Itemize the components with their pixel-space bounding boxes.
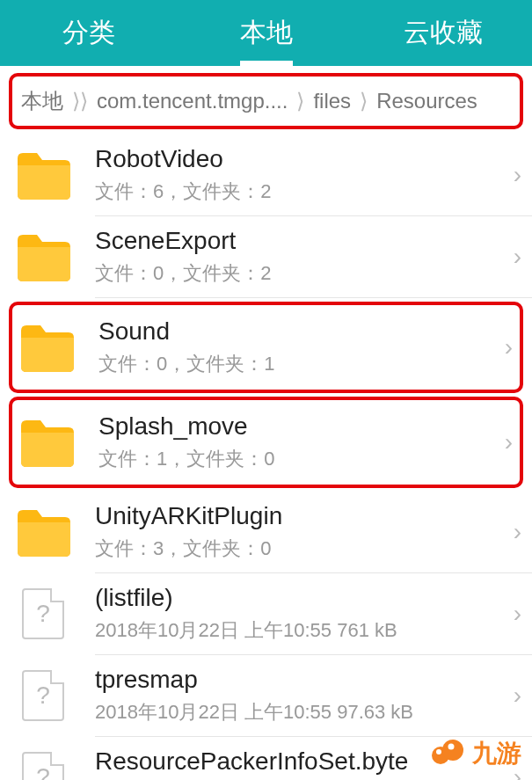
chevron-right-icon: ⟩	[360, 89, 368, 113]
row-content: SceneExport文件：0，文件夹：2	[95, 227, 508, 287]
folder-icon	[16, 230, 70, 284]
item-name: (listfile)	[95, 584, 508, 612]
tab-label: 分类	[62, 15, 115, 51]
folder-row[interactable]: RobotVideo文件：6，文件夹：2›	[0, 135, 532, 215]
file-icon: ?	[16, 668, 70, 723]
chevron-right-icon: ›	[505, 333, 513, 361]
breadcrumb-highlight: 本地 ⟩⟩ com.tencent.tmgp.... ⟩ files ⟩ Res…	[9, 73, 523, 129]
folder-row[interactable]: UnityARKitPlugin文件：3，文件夹：0›	[0, 492, 532, 572]
divider	[95, 297, 532, 298]
folder-row[interactable]: SceneExport文件：0，文件夹：2›	[0, 216, 532, 297]
item-details: 文件：1，文件夹：0	[98, 446, 499, 472]
file-row[interactable]: ?(listfile)2018年10月22日 上午10:55 761 kB›	[0, 573, 532, 654]
crumb-root[interactable]: 本地	[18, 87, 67, 115]
crumb-package[interactable]: com.tencent.tmgp....	[93, 89, 291, 113]
crumb-files[interactable]: files	[310, 89, 354, 113]
chevron-right-icon: ⟩⟩	[72, 89, 88, 113]
folder-icon	[16, 148, 70, 202]
folder-icon	[16, 508, 70, 557]
svg-point-1	[442, 740, 463, 761]
row-content: UnityARKitPlugin文件：3，文件夹：0	[95, 502, 508, 562]
file-list: RobotVideo文件：6，文件夹：2› SceneExport文件：0，文件…	[0, 135, 532, 780]
file-row[interactable]: ?tpresmap2018年10月22日 上午10:55 97.63 kB›	[0, 655, 532, 736]
item-details: 2018年10月22日 上午10:55 97.63 kB	[95, 699, 508, 725]
row-content: (listfile)2018年10月22日 上午10:55 761 kB	[95, 584, 508, 644]
chevron-right-icon: ›	[514, 682, 521, 710]
tab-categories[interactable]: 分类	[0, 0, 178, 66]
file-icon: ?	[16, 750, 70, 780]
chevron-right-icon: ⟩	[296, 89, 304, 113]
breadcrumb[interactable]: 本地 ⟩⟩ com.tencent.tmgp.... ⟩ files ⟩ Res…	[18, 87, 514, 115]
tab-cloud[interactable]: 云收藏	[354, 0, 532, 66]
folder-row[interactable]: Sound文件：0，文件夹：1›	[9, 302, 523, 393]
folder-icon	[19, 415, 74, 470]
tab-local[interactable]: 本地	[178, 0, 355, 66]
item-name: Sound	[98, 317, 499, 346]
chevron-right-icon: ›	[514, 518, 521, 546]
top-tabs: 分类 本地 云收藏	[0, 0, 532, 66]
item-name: SceneExport	[95, 227, 508, 255]
item-name: UnityARKitPlugin	[95, 502, 508, 530]
item-details: 文件：6，文件夹：2	[95, 179, 508, 205]
item-details: 2018年10月22日 上午10:55 761 kB	[95, 617, 508, 644]
row-content: Sound文件：0，文件夹：1	[98, 317, 499, 377]
svg-point-3	[448, 744, 455, 750]
item-details: 文件：3，文件夹：0	[95, 536, 508, 562]
file-icon: ?	[16, 587, 70, 641]
chevron-right-icon: ›	[514, 243, 521, 271]
row-content: Splash_move文件：1，文件夹：0	[98, 412, 499, 472]
folder-icon	[19, 419, 74, 467]
folder-icon	[19, 320, 74, 375]
folder-icon	[16, 505, 70, 559]
item-details: 文件：0，文件夹：1	[98, 351, 499, 377]
unknown-file-icon: ?	[22, 588, 64, 639]
tab-active-indicator	[240, 61, 293, 66]
crumb-resources[interactable]: Resources	[373, 89, 481, 113]
chevron-right-icon: ›	[514, 161, 521, 189]
watermark-text: 九游	[472, 737, 521, 770]
folder-icon	[16, 233, 70, 281]
unknown-file-icon: ?	[22, 752, 64, 780]
row-content: tpresmap2018年10月22日 上午10:55 97.63 kB	[95, 666, 508, 725]
tab-label: 云收藏	[404, 15, 483, 51]
item-name: RobotVideo	[95, 145, 508, 173]
item-name: tpresmap	[95, 666, 508, 694]
unknown-file-icon: ?	[22, 670, 64, 721]
tab-label: 本地	[240, 15, 293, 51]
item-details: 文件：0，文件夹：2	[95, 260, 508, 287]
item-name: Splash_move	[98, 412, 499, 441]
folder-icon	[19, 324, 74, 372]
svg-point-2	[436, 749, 441, 754]
row-content: RobotVideo文件：6，文件夹：2	[95, 145, 508, 205]
watermark: 九游	[430, 736, 521, 771]
chevron-right-icon: ›	[505, 428, 513, 456]
folder-icon	[16, 151, 70, 200]
watermark-logo-icon	[430, 736, 465, 771]
folder-row[interactable]: Splash_move文件：1，文件夹：0›	[9, 397, 523, 488]
chevron-right-icon: ›	[514, 600, 521, 628]
